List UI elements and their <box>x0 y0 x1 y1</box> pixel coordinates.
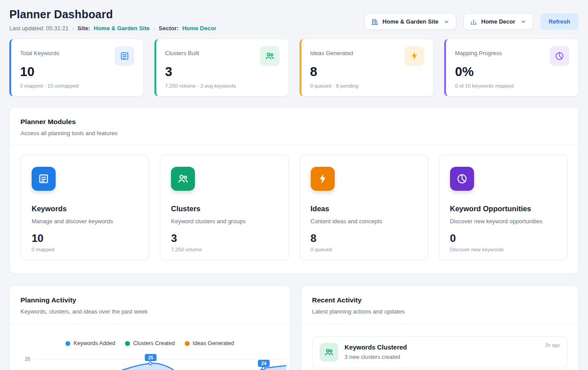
page-header: Planner Dashboard Last updated: 05:31:21… <box>9 8 579 32</box>
legend-label: Clusters Created <box>133 340 175 346</box>
stat-detail: 0 of 10 keywords mapped <box>455 83 569 88</box>
stats-row: Total Keywords 10 0 mapped · 10 unmapped… <box>9 39 579 97</box>
stat-card-clusters-built: Clusters Built 3 7,250 volume · 3 avg ke… <box>154 39 289 97</box>
area-chart: 25 24 <box>34 354 286 370</box>
module-title: Keyword Opportunities <box>450 205 556 213</box>
module-card-keyword-opportunities[interactable]: Keyword Opportunities Discover new keywo… <box>439 155 568 260</box>
lightning-icon <box>405 46 424 66</box>
site-label: Site: <box>77 25 90 32</box>
activity-item-timestamp: 2h ago <box>545 342 560 348</box>
header-left: Planner Dashboard Last updated: 05:31:21… <box>9 8 216 32</box>
stat-label: Mapping Progress <box>455 46 502 56</box>
planner-modules-panel: Planner Modules Access all planning tool… <box>9 107 579 274</box>
activity-item-description: 3 new clusters created <box>345 354 407 360</box>
users-icon <box>260 46 280 66</box>
page-title: Planner Dashboard <box>9 8 216 21</box>
header-controls: Home & Garden Site Home Decor Refresh <box>365 13 579 30</box>
legend-label: Ideas Generated <box>193 340 234 346</box>
module-value: 3 <box>171 233 277 244</box>
stat-label: Clusters Built <box>165 46 199 56</box>
planning-activity-subtitle: Keywords, clusters, and ideas over the p… <box>20 308 279 315</box>
legend-item-ideas-generated[interactable]: Ideas Generated <box>185 340 234 346</box>
stat-detail: 0 queued · 8 pending <box>310 83 425 88</box>
planning-activity-chart: 25 25 24 <box>10 354 290 370</box>
stat-label: Ideas Generated <box>310 46 353 56</box>
meta-separator: · <box>72 25 74 32</box>
stat-detail: 0 mapped · 10 unmapped <box>20 83 134 88</box>
module-card-clusters[interactable]: Clusters Keyword clusters and groups 3 7… <box>160 155 288 260</box>
sector-link[interactable]: Home Decor <box>182 25 216 32</box>
chevron-down-icon <box>520 19 527 25</box>
module-description: Keyword clusters and groups <box>171 218 277 225</box>
last-updated-text: Last updated: 05:31:21 <box>9 25 69 32</box>
module-value: 8 <box>311 233 417 244</box>
building-icon <box>371 18 378 25</box>
stat-label: Total Keywords <box>20 46 59 56</box>
site-link[interactable]: Home & Garden Site <box>94 25 150 32</box>
sector-selector-dropdown[interactable]: Home Decor <box>463 13 533 30</box>
stat-value: 3 <box>165 65 280 79</box>
recent-activity-title: Recent Activity <box>312 296 568 304</box>
module-title: Clusters <box>171 205 277 213</box>
module-description: Discover new keyword opportunities <box>450 218 556 225</box>
module-title: Ideas <box>311 205 417 213</box>
stat-card-mapping-progress: Mapping Progress 0% 0 of 10 keywords map… <box>444 39 579 97</box>
module-title: Keywords <box>32 205 138 213</box>
pie-chart-icon <box>450 167 474 191</box>
planner-modules-title: Planner Modules <box>20 118 568 126</box>
planner-dashboard: Planner Dashboard Last updated: 05:31:21… <box>0 0 588 370</box>
activity-list-item: Keywords Clustered 3 new clusters create… <box>312 336 568 368</box>
stat-value: 10 <box>20 65 134 79</box>
point-label: 25 <box>148 355 154 360</box>
document-icon <box>32 167 56 191</box>
legend-dot-icon <box>65 341 70 346</box>
refresh-button[interactable]: Refresh <box>540 13 579 30</box>
y-axis-tick: 25 <box>19 354 30 362</box>
modules-grid: Keywords Manage and discover keywords 10… <box>10 145 578 273</box>
module-value: 0 <box>450 233 556 244</box>
divider <box>10 323 290 324</box>
chevron-down-icon <box>443 19 450 25</box>
users-icon <box>320 343 338 362</box>
bar-chart-icon <box>470 18 477 25</box>
stat-detail: 7,250 volume · 3 avg keywords <box>165 83 280 88</box>
module-card-keywords[interactable]: Keywords Manage and discover keywords 10… <box>20 155 149 260</box>
module-value: 10 <box>32 233 138 244</box>
point-label-badge: 25 <box>145 354 156 361</box>
users-icon <box>171 167 195 191</box>
recent-activity-header: Recent Activity Latest planning actions … <box>301 286 578 323</box>
sector-selector-value: Home Decor <box>481 18 515 25</box>
module-description: Content ideas and concepts <box>311 218 417 225</box>
activity-item-title: Keywords Clustered <box>345 343 407 351</box>
planning-activity-header: Planning Activity Keywords, clusters, an… <box>10 286 290 323</box>
legend-dot-icon <box>125 341 130 346</box>
meta-separator: · <box>153 25 155 32</box>
divider <box>301 323 578 324</box>
legend-dot-icon <box>185 341 190 346</box>
planner-modules-header: Planner Modules Access all planning tool… <box>10 108 578 145</box>
stat-value: 0% <box>455 65 569 79</box>
recent-activity-card: Recent Activity Latest planning actions … <box>301 286 579 370</box>
sector-label: Sector: <box>159 25 179 32</box>
legend-item-clusters-created[interactable]: Clusters Created <box>125 340 175 346</box>
legend-item-keywords-added[interactable]: Keywords Added <box>65 340 115 346</box>
module-detail: 0 mapped <box>32 247 138 252</box>
pie-chart-icon <box>550 46 569 66</box>
lightning-icon <box>311 167 335 191</box>
bottom-row: Planning Activity Keywords, clusters, an… <box>9 286 579 370</box>
module-detail: Discover new keywords <box>450 247 556 252</box>
stat-value: 8 <box>310 65 425 79</box>
point-label: 24 <box>261 361 267 366</box>
module-card-ideas[interactable]: Ideas Content ideas and concepts 8 0 que… <box>300 155 428 260</box>
site-selector-dropdown[interactable]: Home & Garden Site <box>365 13 456 30</box>
header-meta: Last updated: 05:31:21 · Site: Home & Ga… <box>9 25 216 32</box>
recent-activity-subtitle: Latest planning actions and updates <box>312 308 568 315</box>
document-icon <box>115 46 134 66</box>
legend-label: Keywords Added <box>73 340 115 346</box>
planner-modules-subtitle: Access all planning tools and features <box>20 130 568 137</box>
module-detail: 0 queued <box>311 247 417 252</box>
stat-card-ideas-generated: Ideas Generated 8 0 queued · 8 pending <box>300 39 434 97</box>
module-detail: 7,250 volume <box>171 247 277 252</box>
module-description: Manage and discover keywords <box>32 218 138 225</box>
chart-legend: Keywords Added Clusters Created Ideas Ge… <box>10 340 290 346</box>
